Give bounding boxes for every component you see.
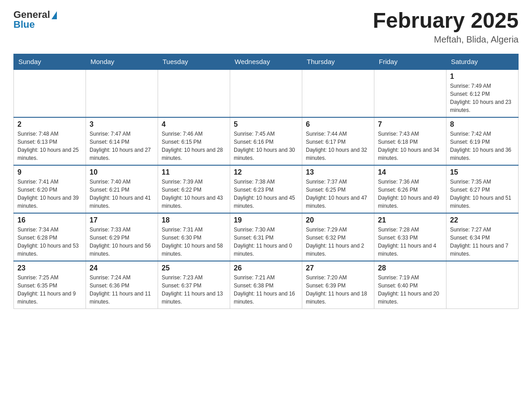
col-wednesday: Wednesday: [230, 54, 302, 69]
day-number: 20: [306, 216, 370, 224]
day-number: 23: [17, 264, 82, 272]
logo-blue-text: Blue: [13, 19, 35, 30]
day-info: Sunrise: 7:36 AM Sunset: 6:26 PM Dayligh…: [378, 178, 442, 210]
calendar-week-row: 16Sunrise: 7:34 AM Sunset: 6:28 PM Dayli…: [14, 213, 519, 261]
day-number: 3: [90, 120, 154, 128]
day-info: Sunrise: 7:35 AM Sunset: 6:27 PM Dayligh…: [450, 178, 515, 210]
table-row: [14, 69, 86, 117]
table-row: [302, 69, 374, 117]
day-number: 8: [450, 120, 515, 128]
day-info: Sunrise: 7:24 AM Sunset: 6:36 PM Dayligh…: [90, 274, 154, 306]
table-row: 26Sunrise: 7:21 AM Sunset: 6:38 PM Dayli…: [230, 261, 302, 309]
day-number: 26: [234, 264, 298, 272]
day-number: 12: [234, 168, 298, 176]
day-number: 4: [162, 120, 226, 128]
day-number: 22: [450, 216, 515, 224]
day-number: 7: [378, 120, 442, 128]
calendar-week-row: 23Sunrise: 7:25 AM Sunset: 6:35 PM Dayli…: [14, 261, 519, 309]
day-info: Sunrise: 7:30 AM Sunset: 6:31 PM Dayligh…: [234, 226, 298, 258]
month-title: February 2025: [373, 9, 519, 33]
day-info: Sunrise: 7:37 AM Sunset: 6:25 PM Dayligh…: [306, 178, 370, 210]
table-row: 10Sunrise: 7:40 AM Sunset: 6:21 PM Dayli…: [86, 165, 158, 213]
day-info: Sunrise: 7:28 AM Sunset: 6:33 PM Dayligh…: [378, 226, 442, 258]
day-info: Sunrise: 7:44 AM Sunset: 6:17 PM Dayligh…: [306, 130, 370, 162]
day-info: Sunrise: 7:47 AM Sunset: 6:14 PM Dayligh…: [90, 130, 154, 162]
day-number: 11: [162, 168, 226, 176]
day-info: Sunrise: 7:34 AM Sunset: 6:28 PM Dayligh…: [17, 226, 82, 258]
col-sunday: Sunday: [14, 54, 86, 69]
calendar-week-row: 9Sunrise: 7:41 AM Sunset: 6:20 PM Daylig…: [14, 165, 519, 213]
day-number: 21: [378, 216, 442, 224]
day-info: Sunrise: 7:19 AM Sunset: 6:40 PM Dayligh…: [378, 274, 442, 306]
day-info: Sunrise: 7:29 AM Sunset: 6:32 PM Dayligh…: [306, 226, 370, 258]
day-info: Sunrise: 7:33 AM Sunset: 6:29 PM Dayligh…: [90, 226, 154, 258]
day-info: Sunrise: 7:23 AM Sunset: 6:37 PM Dayligh…: [162, 274, 226, 306]
calendar-header-row: Sunday Monday Tuesday Wednesday Thursday…: [14, 54, 519, 69]
table-row: 21Sunrise: 7:28 AM Sunset: 6:33 PM Dayli…: [374, 213, 446, 261]
table-row: 1Sunrise: 7:49 AM Sunset: 6:12 PM Daylig…: [446, 69, 519, 117]
table-row: 3Sunrise: 7:47 AM Sunset: 6:14 PM Daylig…: [86, 117, 158, 165]
table-row: 22Sunrise: 7:27 AM Sunset: 6:34 PM Dayli…: [446, 213, 519, 261]
location-text: Meftah, Blida, Algeria: [373, 34, 519, 45]
col-tuesday: Tuesday: [158, 54, 230, 69]
day-info: Sunrise: 7:20 AM Sunset: 6:39 PM Dayligh…: [306, 274, 370, 306]
day-info: Sunrise: 7:27 AM Sunset: 6:34 PM Dayligh…: [450, 226, 515, 258]
day-info: Sunrise: 7:41 AM Sunset: 6:20 PM Dayligh…: [17, 178, 82, 210]
col-saturday: Saturday: [446, 54, 519, 69]
day-info: Sunrise: 7:39 AM Sunset: 6:22 PM Dayligh…: [162, 178, 226, 210]
col-monday: Monday: [86, 54, 158, 69]
table-row: 8Sunrise: 7:42 AM Sunset: 6:19 PM Daylig…: [446, 117, 519, 165]
day-number: 1: [450, 73, 515, 81]
day-number: 9: [17, 168, 82, 176]
table-row: 25Sunrise: 7:23 AM Sunset: 6:37 PM Dayli…: [158, 261, 230, 309]
day-number: 10: [90, 168, 154, 176]
day-info: Sunrise: 7:38 AM Sunset: 6:23 PM Dayligh…: [234, 178, 298, 210]
table-row: 15Sunrise: 7:35 AM Sunset: 6:27 PM Dayli…: [446, 165, 519, 213]
calendar-week-row: 2Sunrise: 7:48 AM Sunset: 6:13 PM Daylig…: [14, 117, 519, 165]
day-info: Sunrise: 7:25 AM Sunset: 6:35 PM Dayligh…: [17, 274, 82, 306]
day-number: 6: [306, 120, 370, 128]
col-thursday: Thursday: [302, 54, 374, 69]
col-friday: Friday: [374, 54, 446, 69]
table-row: 19Sunrise: 7:30 AM Sunset: 6:31 PM Dayli…: [230, 213, 302, 261]
day-info: Sunrise: 7:21 AM Sunset: 6:38 PM Dayligh…: [234, 274, 298, 306]
table-row: 28Sunrise: 7:19 AM Sunset: 6:40 PM Dayli…: [374, 261, 446, 309]
day-number: 13: [306, 168, 370, 176]
calendar-week-row: 1Sunrise: 7:49 AM Sunset: 6:12 PM Daylig…: [14, 69, 519, 117]
calendar-table: Sunday Monday Tuesday Wednesday Thursday…: [13, 54, 519, 309]
day-number: 27: [306, 264, 370, 272]
day-number: 16: [17, 216, 82, 224]
day-number: 25: [162, 264, 226, 272]
table-row: 17Sunrise: 7:33 AM Sunset: 6:29 PM Dayli…: [86, 213, 158, 261]
table-row: [230, 69, 302, 117]
table-row: [86, 69, 158, 117]
table-row: 16Sunrise: 7:34 AM Sunset: 6:28 PM Dayli…: [14, 213, 86, 261]
table-row: 12Sunrise: 7:38 AM Sunset: 6:23 PM Dayli…: [230, 165, 302, 213]
table-row: 9Sunrise: 7:41 AM Sunset: 6:20 PM Daylig…: [14, 165, 86, 213]
day-number: 17: [90, 216, 154, 224]
day-number: 15: [450, 168, 515, 176]
table-row: 2Sunrise: 7:48 AM Sunset: 6:13 PM Daylig…: [14, 117, 86, 165]
day-number: 24: [90, 264, 154, 272]
logo-triangle-icon: [51, 11, 57, 19]
table-row: 14Sunrise: 7:36 AM Sunset: 6:26 PM Dayli…: [374, 165, 446, 213]
day-number: 18: [162, 216, 226, 224]
day-info: Sunrise: 7:49 AM Sunset: 6:12 PM Dayligh…: [450, 82, 515, 114]
table-row: 23Sunrise: 7:25 AM Sunset: 6:35 PM Dayli…: [14, 261, 86, 309]
table-row: 20Sunrise: 7:29 AM Sunset: 6:32 PM Dayli…: [302, 213, 374, 261]
table-row: 4Sunrise: 7:46 AM Sunset: 6:15 PM Daylig…: [158, 117, 230, 165]
table-row: 6Sunrise: 7:44 AM Sunset: 6:17 PM Daylig…: [302, 117, 374, 165]
table-row: 13Sunrise: 7:37 AM Sunset: 6:25 PM Dayli…: [302, 165, 374, 213]
day-info: Sunrise: 7:40 AM Sunset: 6:21 PM Dayligh…: [90, 178, 154, 210]
day-info: Sunrise: 7:31 AM Sunset: 6:30 PM Dayligh…: [162, 226, 226, 258]
day-info: Sunrise: 7:42 AM Sunset: 6:19 PM Dayligh…: [450, 130, 515, 162]
table-row: [158, 69, 230, 117]
day-number: 5: [234, 120, 298, 128]
table-row: 18Sunrise: 7:31 AM Sunset: 6:30 PM Dayli…: [158, 213, 230, 261]
day-info: Sunrise: 7:43 AM Sunset: 6:18 PM Dayligh…: [378, 130, 442, 162]
table-row: 5Sunrise: 7:45 AM Sunset: 6:16 PM Daylig…: [230, 117, 302, 165]
title-block: February 2025 Meftah, Blida, Algeria: [373, 9, 519, 45]
day-number: 2: [17, 120, 82, 128]
table-row: [374, 69, 446, 117]
logo: General Blue: [13, 9, 57, 30]
